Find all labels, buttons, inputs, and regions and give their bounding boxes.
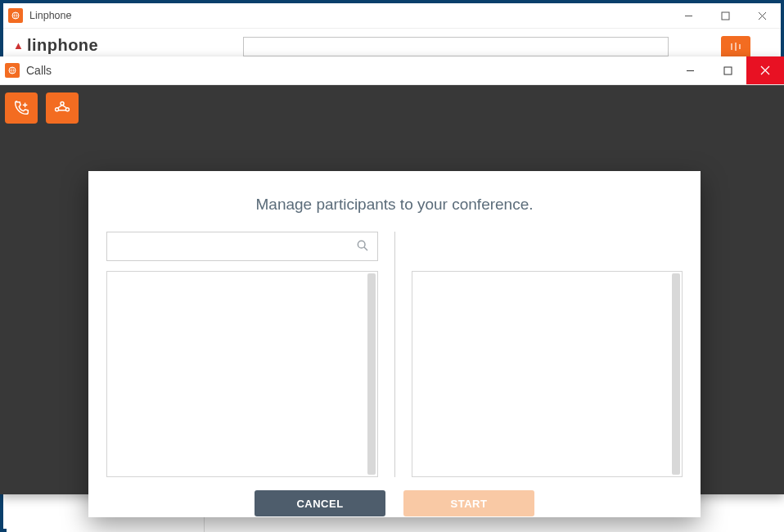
svg-point-13	[61, 101, 64, 105]
calls-close-button[interactable]	[746, 56, 784, 84]
cancel-button[interactable]: CANCEL	[255, 490, 385, 516]
calls-window: Calls Manage participants to your confer…	[0, 56, 784, 494]
dialog-buttons: CANCEL START	[88, 490, 701, 516]
manage-participants-dialog: Manage participants to your conference.	[88, 171, 701, 517]
svg-line-17	[62, 105, 67, 108]
status-warning-icon: ▲	[13, 39, 24, 52]
svg-line-20	[364, 247, 367, 250]
start-button[interactable]: START	[403, 490, 534, 516]
dialog-heading: Manage participants to your conference.	[88, 171, 701, 232]
selected-participants-listbox[interactable]	[412, 271, 683, 477]
calls-minimize-button[interactable]	[671, 56, 709, 84]
conference-button[interactable]	[46, 92, 79, 124]
search-icon	[355, 238, 370, 253]
svg-point-19	[358, 241, 365, 248]
participant-search-input[interactable]	[106, 232, 378, 261]
svg-line-16	[58, 105, 63, 108]
main-search-input[interactable]	[243, 37, 669, 56]
main-window-controls	[670, 3, 781, 28]
svg-rect-8	[724, 67, 732, 74]
calls-titlebar: Calls	[0, 56, 784, 85]
calls-window-controls	[671, 56, 784, 84]
main-minimize-button[interactable]	[670, 3, 707, 28]
available-contacts-column	[106, 232, 378, 477]
available-contacts-listbox[interactable]	[106, 271, 378, 477]
new-call-button[interactable]	[5, 92, 38, 124]
main-window-title: Linphone	[29, 10, 670, 21]
dialog-columns	[88, 232, 701, 477]
dialer-button[interactable]	[721, 36, 750, 56]
scrollbar[interactable]	[672, 273, 680, 475]
scrollbar[interactable]	[367, 273, 376, 475]
main-titlebar: Linphone	[3, 3, 781, 29]
app-name-label: linphone	[27, 36, 98, 55]
svg-rect-1	[722, 12, 729, 20]
linphone-app-icon	[8, 8, 23, 23]
calls-toolbar	[5, 92, 79, 124]
selected-participants-column	[412, 232, 683, 477]
main-maximize-button[interactable]	[707, 3, 744, 28]
calls-maximize-button[interactable]	[709, 56, 746, 84]
calls-window-title: Calls	[26, 64, 671, 77]
column-divider	[394, 232, 395, 477]
calls-app-icon	[5, 63, 20, 78]
main-close-button[interactable]	[744, 3, 781, 28]
